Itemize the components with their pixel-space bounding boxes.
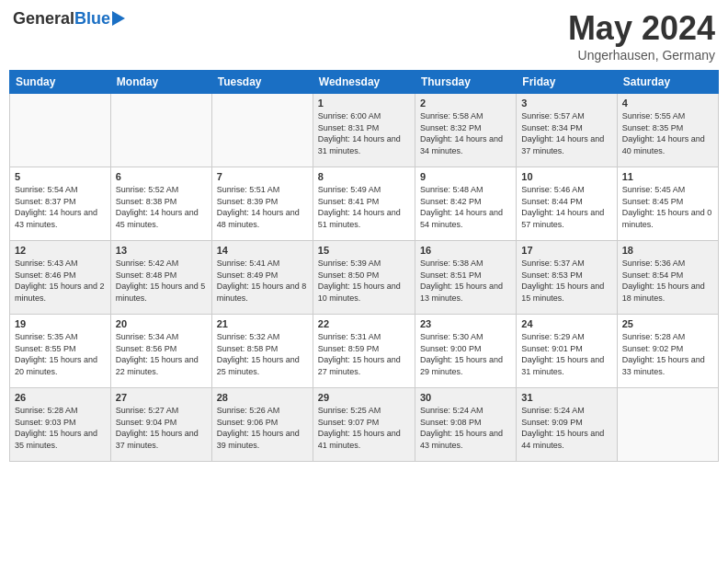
calendar-cell: 31Sunrise: 5:24 AMSunset: 9:09 PMDayligh…	[517, 388, 617, 462]
day-number: 24	[521, 318, 611, 329]
calendar-table: SundayMondayTuesdayWednesdayThursdayFrid…	[9, 70, 719, 462]
day-number: 23	[420, 318, 511, 329]
calendar-cell: 26Sunrise: 5:28 AMSunset: 9:03 PMDayligh…	[10, 388, 111, 462]
calendar-cell: 15Sunrise: 5:39 AMSunset: 8:50 PMDayligh…	[313, 241, 415, 315]
day-number: 26	[15, 392, 106, 403]
day-number: 28	[217, 392, 308, 403]
calendar-header-row: SundayMondayTuesdayWednesdayThursdayFrid…	[10, 71, 719, 94]
day-number: 22	[318, 318, 410, 329]
cell-sun-info: Sunrise: 5:24 AMSunset: 9:09 PMDaylight:…	[521, 405, 611, 451]
cell-sun-info: Sunrise: 5:31 AMSunset: 8:59 PMDaylight:…	[318, 331, 410, 377]
calendar-header-saturday: Saturday	[617, 71, 718, 94]
day-number: 17	[521, 245, 611, 256]
cell-sun-info: Sunrise: 5:27 AMSunset: 9:04 PMDaylight:…	[116, 405, 207, 451]
calendar-row: 1Sunrise: 6:00 AMSunset: 8:31 PMDaylight…	[10, 94, 719, 167]
title-section: May 2024 Ungerhausen, Germany	[568, 9, 715, 63]
calendar-header-thursday: Thursday	[415, 71, 516, 94]
day-number: 5	[15, 171, 106, 182]
calendar-cell: 30Sunrise: 5:24 AMSunset: 9:08 PMDayligh…	[415, 388, 516, 462]
day-number: 25	[622, 318, 713, 329]
calendar-cell	[617, 388, 718, 462]
cell-sun-info: Sunrise: 5:55 AMSunset: 8:35 PMDaylight:…	[622, 110, 713, 156]
day-number: 15	[318, 245, 410, 256]
calendar-cell: 9Sunrise: 5:48 AMSunset: 8:42 PMDaylight…	[415, 167, 516, 241]
calendar-cell: 1Sunrise: 6:00 AMSunset: 8:31 PMDaylight…	[313, 94, 415, 167]
day-number: 2	[420, 98, 511, 109]
calendar-row: 12Sunrise: 5:43 AMSunset: 8:46 PMDayligh…	[10, 241, 719, 315]
calendar-cell: 24Sunrise: 5:29 AMSunset: 9:01 PMDayligh…	[517, 315, 617, 388]
calendar-header-wednesday: Wednesday	[313, 71, 415, 94]
calendar-cell: 19Sunrise: 5:35 AMSunset: 8:55 PMDayligh…	[10, 315, 111, 388]
cell-sun-info: Sunrise: 6:00 AMSunset: 8:31 PMDaylight:…	[318, 110, 410, 156]
calendar-header-monday: Monday	[110, 71, 211, 94]
cell-sun-info: Sunrise: 5:52 AMSunset: 8:38 PMDaylight:…	[116, 184, 207, 230]
cell-sun-info: Sunrise: 5:35 AMSunset: 8:55 PMDaylight:…	[15, 331, 106, 377]
logo-general-text: General	[13, 9, 74, 29]
calendar-cell: 7Sunrise: 5:51 AMSunset: 8:39 PMDaylight…	[211, 167, 313, 241]
cell-sun-info: Sunrise: 5:38 AMSunset: 8:51 PMDaylight:…	[420, 258, 511, 304]
cell-sun-info: Sunrise: 5:34 AMSunset: 8:56 PMDaylight:…	[116, 331, 207, 377]
day-number: 20	[116, 318, 207, 329]
day-number: 29	[318, 392, 410, 403]
cell-sun-info: Sunrise: 5:45 AMSunset: 8:45 PMDaylight:…	[622, 184, 713, 230]
cell-sun-info: Sunrise: 5:46 AMSunset: 8:44 PMDaylight:…	[521, 184, 611, 230]
header: General Blue May 2024 Ungerhausen, Germa…	[9, 9, 719, 63]
day-number: 30	[420, 392, 511, 403]
logo-blue-text: Blue	[74, 9, 110, 29]
day-number: 6	[116, 171, 207, 182]
cell-sun-info: Sunrise: 5:24 AMSunset: 9:08 PMDaylight:…	[420, 405, 511, 451]
cell-sun-info: Sunrise: 5:30 AMSunset: 9:00 PMDaylight:…	[420, 331, 511, 377]
calendar-header-tuesday: Tuesday	[211, 71, 313, 94]
calendar-cell: 23Sunrise: 5:30 AMSunset: 9:00 PMDayligh…	[415, 315, 516, 388]
calendar-cell: 8Sunrise: 5:49 AMSunset: 8:41 PMDaylight…	[313, 167, 415, 241]
cell-sun-info: Sunrise: 5:51 AMSunset: 8:39 PMDaylight:…	[217, 184, 308, 230]
day-number: 14	[217, 245, 308, 256]
logo-arrow-icon	[112, 11, 125, 26]
cell-sun-info: Sunrise: 5:25 AMSunset: 9:07 PMDaylight:…	[318, 405, 410, 451]
calendar-cell: 14Sunrise: 5:41 AMSunset: 8:49 PMDayligh…	[211, 241, 313, 315]
day-number: 10	[521, 171, 611, 182]
calendar-cell	[211, 94, 313, 167]
cell-sun-info: Sunrise: 5:32 AMSunset: 8:58 PMDaylight:…	[217, 331, 308, 377]
cell-sun-info: Sunrise: 5:39 AMSunset: 8:50 PMDaylight:…	[318, 258, 410, 304]
day-number: 7	[217, 171, 308, 182]
month-title: May 2024	[568, 9, 715, 48]
day-number: 12	[15, 245, 106, 256]
calendar-cell: 3Sunrise: 5:57 AMSunset: 8:34 PMDaylight…	[517, 94, 617, 167]
day-number: 21	[217, 318, 308, 329]
cell-sun-info: Sunrise: 5:28 AMSunset: 9:02 PMDaylight:…	[622, 331, 713, 377]
day-number: 11	[622, 171, 713, 182]
day-number: 1	[318, 98, 410, 109]
day-number: 4	[622, 98, 713, 109]
calendar-header-friday: Friday	[517, 71, 617, 94]
calendar-cell: 4Sunrise: 5:55 AMSunset: 8:35 PMDaylight…	[617, 94, 718, 167]
calendar-cell: 29Sunrise: 5:25 AMSunset: 9:07 PMDayligh…	[313, 388, 415, 462]
cell-sun-info: Sunrise: 5:37 AMSunset: 8:53 PMDaylight:…	[521, 258, 611, 304]
calendar-cell	[110, 94, 211, 167]
calendar-cell: 18Sunrise: 5:36 AMSunset: 8:54 PMDayligh…	[617, 241, 718, 315]
cell-sun-info: Sunrise: 5:41 AMSunset: 8:49 PMDaylight:…	[217, 258, 308, 304]
calendar-cell	[10, 94, 111, 167]
calendar-row: 19Sunrise: 5:35 AMSunset: 8:55 PMDayligh…	[10, 315, 719, 388]
calendar-cell: 2Sunrise: 5:58 AMSunset: 8:32 PMDaylight…	[415, 94, 516, 167]
day-number: 31	[521, 392, 611, 403]
calendar-cell: 20Sunrise: 5:34 AMSunset: 8:56 PMDayligh…	[110, 315, 211, 388]
logo: General Blue	[13, 9, 125, 29]
calendar-cell: 13Sunrise: 5:42 AMSunset: 8:48 PMDayligh…	[110, 241, 211, 315]
location: Ungerhausen, Germany	[568, 48, 715, 63]
calendar-cell: 10Sunrise: 5:46 AMSunset: 8:44 PMDayligh…	[517, 167, 617, 241]
calendar-cell: 28Sunrise: 5:26 AMSunset: 9:06 PMDayligh…	[211, 388, 313, 462]
calendar-cell: 25Sunrise: 5:28 AMSunset: 9:02 PMDayligh…	[617, 315, 718, 388]
day-number: 8	[318, 171, 410, 182]
calendar-cell: 16Sunrise: 5:38 AMSunset: 8:51 PMDayligh…	[415, 241, 516, 315]
calendar-row: 26Sunrise: 5:28 AMSunset: 9:03 PMDayligh…	[10, 388, 719, 462]
cell-sun-info: Sunrise: 5:57 AMSunset: 8:34 PMDaylight:…	[521, 110, 611, 156]
cell-sun-info: Sunrise: 5:58 AMSunset: 8:32 PMDaylight:…	[420, 110, 511, 156]
cell-sun-info: Sunrise: 5:48 AMSunset: 8:42 PMDaylight:…	[420, 184, 511, 230]
cell-sun-info: Sunrise: 5:49 AMSunset: 8:41 PMDaylight:…	[318, 184, 410, 230]
calendar-cell: 6Sunrise: 5:52 AMSunset: 8:38 PMDaylight…	[110, 167, 211, 241]
day-number: 18	[622, 245, 713, 256]
day-number: 16	[420, 245, 511, 256]
calendar-header-sunday: Sunday	[10, 71, 111, 94]
calendar-row: 5Sunrise: 5:54 AMSunset: 8:37 PMDaylight…	[10, 167, 719, 241]
